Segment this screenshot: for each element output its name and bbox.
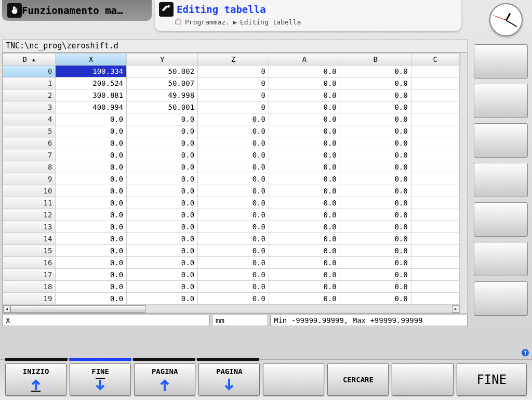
- cell-a[interactable]: 0.0: [269, 137, 340, 149]
- cell-a[interactable]: 0.0: [269, 245, 340, 257]
- cell-a[interactable]: 0.0: [269, 78, 340, 89]
- cell-b[interactable]: 0.0: [340, 257, 411, 269]
- cell-d[interactable]: 6: [3, 137, 56, 149]
- table-row[interactable]: 150.00.00.00.00.0: [3, 245, 460, 257]
- cell-d[interactable]: 0: [3, 66, 56, 78]
- softkey-5[interactable]: [263, 363, 324, 396]
- scroll-left-icon[interactable]: ◂: [3, 305, 10, 313]
- cell-x[interactable]: 0.0: [56, 137, 127, 149]
- table-row[interactable]: 90.00.00.00.00.0: [3, 173, 460, 185]
- cell-y[interactable]: 0.0: [127, 209, 198, 221]
- cell-b[interactable]: 0.0: [340, 101, 411, 113]
- help-icon[interactable]: ?: [522, 349, 529, 356]
- cell-y[interactable]: 0.0: [127, 173, 198, 185]
- softkey-inizio[interactable]: INIZIO: [5, 363, 66, 396]
- cell-x[interactable]: 0.0: [56, 197, 127, 209]
- cell-z[interactable]: 0.0: [198, 221, 269, 233]
- cell-c[interactable]: [411, 197, 459, 209]
- cell-c[interactable]: [411, 221, 459, 233]
- cell-a[interactable]: 0.0: [269, 185, 340, 197]
- cell-z[interactable]: 0.0: [198, 197, 269, 209]
- cell-c[interactable]: [411, 161, 459, 173]
- cell-b[interactable]: 0.0: [340, 221, 411, 233]
- table-row[interactable]: 50.00.00.00.00.0: [3, 125, 460, 137]
- cell-c[interactable]: [411, 185, 459, 197]
- vertical-scrollbar[interactable]: [460, 53, 468, 314]
- cell-x[interactable]: 0.0: [56, 161, 127, 173]
- cell-c[interactable]: [411, 101, 459, 113]
- table-row[interactable]: 40.00.00.00.00.0: [3, 113, 460, 125]
- cell-b[interactable]: 0.0: [340, 281, 411, 293]
- cell-d[interactable]: 1: [3, 78, 56, 89]
- cell-z[interactable]: 0.0: [198, 257, 269, 269]
- cell-x[interactable]: 300.881: [56, 89, 127, 101]
- cell-z[interactable]: 0.0: [198, 245, 269, 257]
- vsoftkey-3[interactable]: [474, 123, 528, 158]
- column-header-d[interactable]: D ▴: [3, 54, 56, 66]
- column-header-b[interactable]: B: [340, 54, 411, 66]
- cell-y[interactable]: 0.0: [127, 257, 198, 269]
- cell-y[interactable]: 0.0: [127, 221, 198, 233]
- cell-a[interactable]: 0.0: [269, 101, 340, 113]
- cell-b[interactable]: 0.0: [340, 89, 411, 101]
- table-row[interactable]: 2300.88149.99800.00.0: [3, 89, 460, 101]
- cell-x[interactable]: 0.0: [56, 209, 127, 221]
- column-header-x[interactable]: X: [56, 54, 127, 66]
- cell-d[interactable]: 14: [3, 233, 56, 245]
- cell-c[interactable]: [411, 173, 459, 185]
- cell-x[interactable]: 0.0: [56, 293, 127, 305]
- softkey-pagina-down[interactable]: PAGINA: [198, 363, 260, 396]
- cell-b[interactable]: 0.0: [340, 245, 411, 257]
- column-header-a[interactable]: A: [269, 54, 340, 66]
- vsoftkey-6[interactable]: [474, 242, 528, 276]
- cell-b[interactable]: 0.0: [340, 173, 411, 185]
- cell-z[interactable]: 0.0: [198, 233, 269, 245]
- softkey-fine-exit[interactable]: FINE: [457, 363, 527, 396]
- cell-z[interactable]: 0: [198, 101, 269, 113]
- table-row[interactable]: 110.00.00.00.00.0: [3, 197, 460, 209]
- cell-z[interactable]: 0.0: [198, 113, 269, 125]
- cell-a[interactable]: 0.0: [269, 233, 340, 245]
- cell-z[interactable]: 0.0: [198, 269, 269, 281]
- cell-x[interactable]: 0.0: [56, 233, 127, 245]
- cell-b[interactable]: 0.0: [340, 113, 411, 125]
- cell-c[interactable]: [411, 66, 459, 78]
- table-row[interactable]: 140.00.00.00.00.0: [3, 233, 460, 245]
- vsoftkey-4[interactable]: [474, 163, 528, 197]
- cell-a[interactable]: 0.0: [269, 293, 340, 305]
- cell-b[interactable]: 0.0: [340, 125, 411, 137]
- cell-a[interactable]: 0.0: [269, 161, 340, 173]
- column-header-y[interactable]: Y: [127, 54, 198, 66]
- table-row[interactable]: 80.00.00.00.00.0: [3, 161, 460, 173]
- cell-d[interactable]: 15: [3, 245, 56, 257]
- vsoftkey-7[interactable]: [474, 281, 528, 316]
- cell-a[interactable]: 0.0: [269, 173, 340, 185]
- cell-c[interactable]: [411, 113, 459, 125]
- softkey-fine[interactable]: FINE: [70, 363, 131, 396]
- cell-a[interactable]: 0.0: [269, 269, 340, 281]
- cell-y[interactable]: 0.0: [127, 269, 198, 281]
- table-row[interactable]: 1200.52450.00700.00.0: [3, 78, 460, 89]
- cell-c[interactable]: [411, 281, 459, 293]
- cell-y[interactable]: 0.0: [127, 149, 198, 161]
- table-row[interactable]: 180.00.00.00.00.0: [3, 281, 460, 293]
- table-row[interactable]: 60.00.00.00.00.0: [3, 137, 460, 149]
- cell-y[interactable]: 49.998: [127, 89, 198, 101]
- cell-y[interactable]: 0.0: [127, 125, 198, 137]
- cell-z[interactable]: 0.0: [198, 185, 269, 197]
- table-row[interactable]: 160.00.00.00.00.0: [3, 257, 460, 269]
- cell-b[interactable]: 0.0: [340, 161, 411, 173]
- breadcrumb-root[interactable]: Programmaz.: [185, 18, 230, 26]
- cell-z[interactable]: 0.0: [198, 209, 269, 221]
- cell-b[interactable]: 0.0: [340, 233, 411, 245]
- table-row[interactable]: 190.00.00.00.00.0: [3, 293, 460, 305]
- table-row[interactable]: 70.00.00.00.00.0: [3, 149, 460, 161]
- cell-d[interactable]: 5: [3, 125, 56, 137]
- softkey-page-strip[interactable]: [5, 358, 259, 361]
- cell-y[interactable]: 50.001: [127, 101, 198, 113]
- cell-b[interactable]: 0.0: [340, 269, 411, 281]
- tab-table-editing[interactable]: Editing tabella Programmaz. ▶ Editing ta…: [155, 0, 461, 31]
- cell-x[interactable]: 0.0: [56, 173, 127, 185]
- vsoftkey-1[interactable]: [474, 44, 528, 79]
- cell-a[interactable]: 0.0: [269, 89, 340, 101]
